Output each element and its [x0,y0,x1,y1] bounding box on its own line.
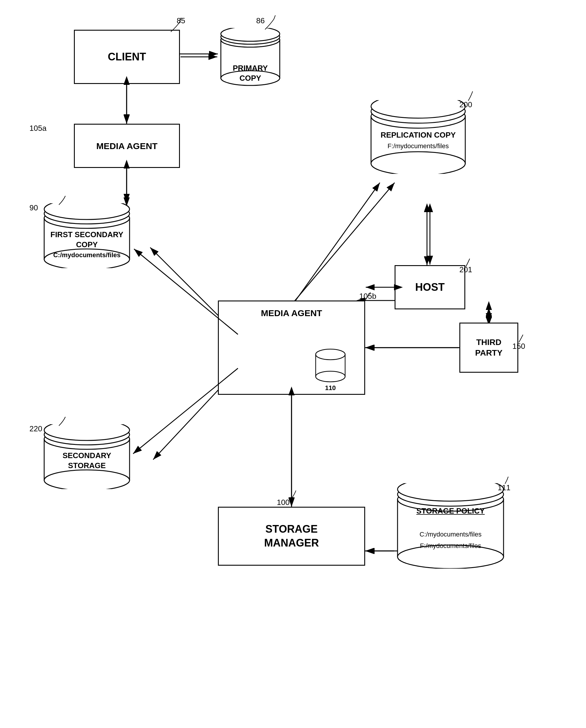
client-label: CLIENT [108,50,146,64]
third-party-label: THIRDPARTY [475,337,503,359]
svg-point-36 [44,470,130,489]
svg-line-50 [294,183,395,301]
primary-copy-cylinder: PRIMARYCOPY [218,28,283,87]
ref-201: 201 [459,265,472,274]
svg-point-28 [371,152,465,174]
secondary-storage-cylinder: SECONDARYSTORAGE [41,424,133,489]
media-agent-top-box: MEDIA AGENT [74,124,180,168]
storage-manager-box: STORAGEMANAGER [218,507,365,566]
secondary-storage-label: SECONDARYSTORAGE [41,451,133,471]
ref-111: 111 [498,483,510,492]
ref-105b: 105b [359,292,376,301]
ref-85: 85 [177,16,185,25]
ref-150: 150 [512,342,525,351]
storage-manager-label: STORAGEMANAGER [264,522,319,550]
client-box: CLIENT [74,30,180,84]
first-secondary-copy-cylinder: FIRST SECONDARYCOPYC:/mydocuments/files [41,203,133,268]
ref-220: 220 [29,424,42,433]
ref-100: 100 [277,498,290,507]
primary-copy-label: PRIMARYCOPY [218,63,283,83]
replication-copy-cylinder: REPLICATION COPYF:/mydocuments/files [368,100,468,174]
host-label: HOST [415,281,445,294]
media-agent-mid-box: MEDIA AGENT 110 [218,301,365,395]
ref-105a: 105a [29,124,47,133]
svg-point-20 [221,28,280,41]
diagram: CLIENT 85 PRIMARYCOPY 86 MEDIA AGENT 105… [0,0,586,728]
replication-copy-label: REPLICATION COPYF:/mydocuments/files [368,130,468,151]
svg-point-32 [316,349,345,360]
first-secondary-copy-label: FIRST SECONDARYCOPYC:/mydocuments/files [41,230,133,260]
third-party-box: THIRDPARTY [459,322,518,373]
svg-point-33 [316,371,345,382]
host-box: HOST [395,265,465,309]
media-agent-mid-label: MEDIA AGENT [219,307,364,319]
ref-90: 90 [29,203,38,212]
storage-policy-cylinder: STORAGE POLICY C:/mydocuments/files F:/m… [395,483,506,569]
index-cylinder: 110 [314,347,347,385]
index-label: 110 [314,384,347,392]
media-agent-top-label: MEDIA AGENT [96,140,158,152]
ref-86: 86 [256,16,265,25]
storage-policy-label: STORAGE POLICY C:/mydocuments/files F:/m… [395,505,506,551]
ref-200: 200 [459,100,472,109]
